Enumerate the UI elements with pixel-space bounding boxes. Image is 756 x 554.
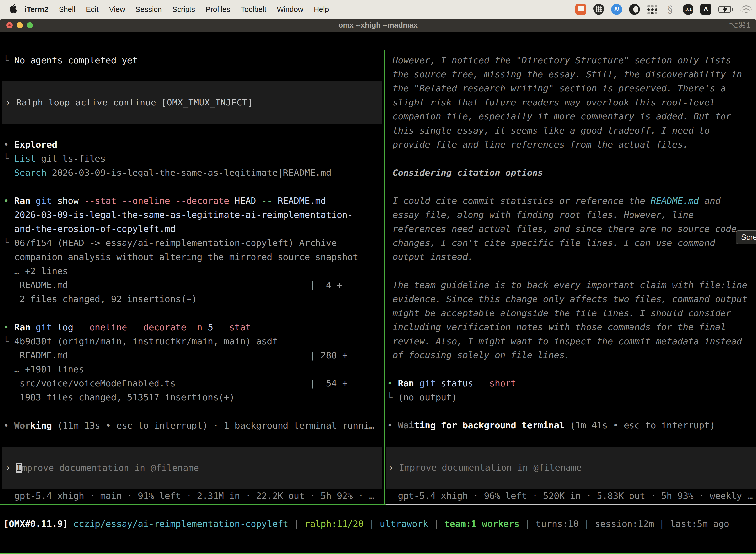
left-scrollback-top: └ No agents completed yet [3, 53, 384, 81]
zoom-button[interactable] [27, 22, 33, 28]
pane-border-inactive [386, 504, 756, 505]
chat-icon[interactable] [575, 4, 586, 15]
window-title: omx --xhigh --madmax [338, 21, 418, 29]
battery-charging-icon[interactable] [718, 4, 734, 15]
right-scrollback: However, I noticed the "Directory Struct… [387, 53, 756, 447]
menu-profiles[interactable]: Profiles [205, 5, 230, 13]
traffic-lights [6, 22, 33, 28]
close-button[interactable] [6, 22, 13, 28]
menu-toolbelt[interactable]: Toolbelt [241, 5, 266, 13]
squiggle-icon[interactable]: § [665, 4, 676, 15]
menu-bar: iTerm2ShellEditViewSessionScriptsProfile… [0, 0, 756, 19]
screen-tooltip-label: Scre [741, 233, 756, 242]
tmux-host-clock: "MacBook-Pro-44.local" 04:52 31-Mar-26 [550, 553, 756, 554]
left-scrollback: • Explored└ List git ls-files Search 202… [3, 124, 384, 447]
window-shortcut: ⌥⌘1 [729, 20, 751, 30]
wifi-icon[interactable] [741, 4, 752, 15]
pane-divider-vertical[interactable] [384, 50, 385, 505]
left-status-line: gpt-5.4 xhigh · main · 91% left · 2.31M … [3, 489, 384, 503]
window-titlebar[interactable]: omx --xhigh --madmax ⌥⌘1 [0, 19, 756, 32]
apple-logo[interactable] [9, 4, 17, 15]
pane-left[interactable]: └ No agents completed yet › Ralph loop a… [0, 50, 384, 503]
moon-icon[interactable] [629, 4, 640, 15]
menu-shell[interactable]: Shell [59, 5, 75, 13]
right-status-line: gpt-5.4 xhigh · 96% left · 520K in · 5.8… [387, 489, 756, 503]
menu-iterm2[interactable]: iTerm2 [24, 5, 48, 13]
shield-icon[interactable] [593, 4, 604, 15]
menu-edit[interactable]: Edit [86, 5, 99, 13]
blue-app-icon[interactable] [611, 4, 622, 15]
menu-items: iTerm2ShellEditViewSessionScriptsProfile… [19, 5, 334, 14]
tmux-status-bar: [omx-cczip0:bash* "MacBook-Pro-44.local"… [0, 553, 756, 554]
screen-tooltip: Scre [736, 230, 756, 244]
menu-status-icons: § ..61 A [575, 0, 752, 19]
left-input-box[interactable]: › Improve documentation in @filename [2, 447, 382, 489]
right-input-box[interactable]: › Improve documentation in @filename [386, 447, 756, 489]
iterm-window: omx --xhigh --madmax ⌥⌘1 └ No agents com… [0, 19, 756, 554]
menu-help[interactable]: Help [314, 5, 329, 13]
pane-border-active [0, 504, 386, 505]
menu-window[interactable]: Window [277, 5, 303, 13]
menu-session[interactable]: Session [135, 5, 162, 13]
badge-61-icon[interactable]: ..61 [683, 4, 693, 15]
terminal[interactable]: └ No agents completed yet › Ralph loop a… [0, 50, 756, 554]
omx-status-bar: [OMX#0.11.9] cczip/essay/ai-reimplementa… [3, 517, 729, 531]
dots-grid-icon[interactable] [647, 4, 658, 15]
minimize-button[interactable] [17, 22, 23, 28]
pane-right[interactable]: However, I noticed the "Directory Struct… [385, 50, 756, 503]
menu-scripts[interactable]: Scripts [172, 5, 195, 13]
screen: iTerm2ShellEditViewSessionScriptsProfile… [0, 0, 756, 554]
inject-banner: › Ralph loop active continue [OMX_TMUX_I… [2, 81, 382, 124]
tmux-session-label[interactable]: [omx-cczip0:bash* [0, 553, 93, 554]
menu-view[interactable]: View [109, 5, 125, 13]
letter-a-icon[interactable]: A [700, 4, 711, 15]
